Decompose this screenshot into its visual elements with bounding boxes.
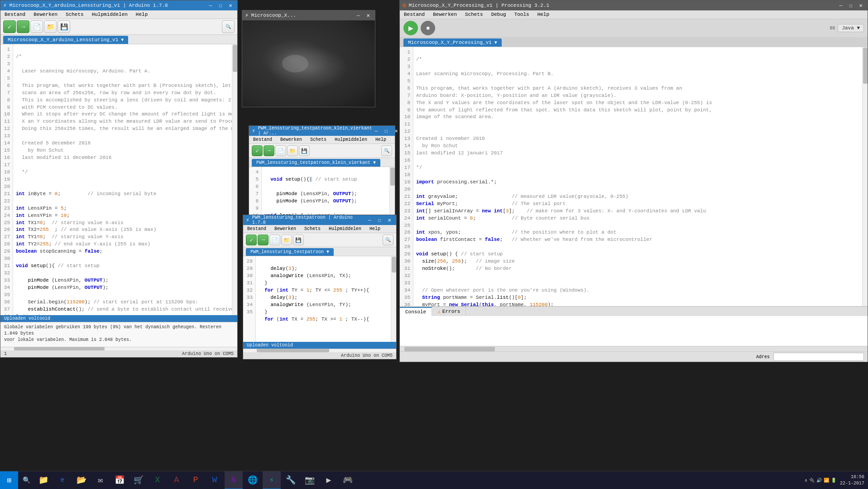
arduino1-close[interactable]: ✕ [226,2,235,9]
taskbar-arduino[interactable]: ⚡ [263,471,281,489]
processing-tab[interactable]: Microscoop_X_Y_Processing_v1 ▼ [403,38,502,47]
address-field[interactable] [773,353,864,361]
arduino1-maximize[interactable]: □ [216,2,225,9]
taskbar-mail[interactable]: ✉ [91,471,110,489]
menu-debug-p[interactable]: Debug [490,11,508,18]
console-tab[interactable]: Console [400,307,432,316]
arduino3-maximize[interactable]: □ [375,216,384,224]
menu-help-1[interactable]: Help [134,11,149,18]
new-btn-3[interactable]: 📄 [269,235,280,245]
tab-arrow-1[interactable]: ▼ [121,38,124,43]
verify-btn-2[interactable]: ✓ [252,145,263,156]
tab-arrow-2[interactable]: ▼ [373,160,376,165]
menu-bewerken-p[interactable]: Bewerken [432,11,458,18]
menu-bewerken-1[interactable]: Bewerken [32,11,59,18]
arduino-window-3[interactable]: ⚡ PWM_lenssturing_testpatroon | Arduino … [243,215,397,360]
arduino1-tab[interactable]: Microscoop_X_Y_arduino_Lenssturing_v1 ▼ [3,36,128,44]
taskbar-powerpoint[interactable]: P [187,471,205,489]
arduino1-minimize[interactable]: ─ [206,2,215,9]
arduino2-maximize[interactable]: □ [382,127,390,134]
open-btn-1[interactable]: 📁 [44,20,57,33]
arduino-window-1[interactable]: ⚡ Microscoop_X_Y_arduino_Lenssturing_v1 … [0,0,238,358]
arduino3-code[interactable]: delay(3); analogWrite (LensXPin, TX); } … [256,256,391,342]
taskbar-files[interactable]: 📂 [72,471,91,489]
new-btn-1[interactable]: 📄 [30,20,43,33]
menu-hulp-1[interactable]: Hulpmiddelen [91,11,129,18]
arduino1-scrollbar[interactable] [232,44,237,315]
taskbar-excel[interactable]: X [149,471,167,489]
taskbar-ie[interactable]: e [53,471,72,489]
open-btn-3[interactable]: 📁 [281,235,292,245]
menu-help-3[interactable]: Help [368,226,382,232]
arduino2-tab[interactable]: PWM_lenssturing_testpatroon_klein_vierka… [252,159,380,167]
tab-arrow-3[interactable]: ▼ [326,249,329,254]
arduino3-scrollbar[interactable] [391,256,396,342]
taskbar-edge[interactable]: 🌐 [244,471,262,489]
new-btn-2[interactable]: 📄 [275,145,286,156]
arduino3-tab[interactable]: PWM_lenssturing_testpatroon ▼ [246,248,334,256]
menu-hulp-3[interactable]: Hulpmiddelen [327,226,363,232]
upload-btn-2[interactable]: → [264,145,274,156]
processing-maximize[interactable]: □ [847,2,855,9]
menu-schets-p[interactable]: Schets [464,11,484,18]
tab-arrow-p[interactable]: ▼ [494,40,497,45]
verify-btn-1[interactable]: ✓ [3,20,16,33]
arduino1-code[interactable]: /* Laser scanning microscopy, Arduino. P… [13,44,232,315]
menu-bewerken-3[interactable]: Bewerken [273,226,297,232]
serial-btn-2[interactable]: 🔍 [381,145,392,156]
stop-button[interactable]: ■ [421,21,435,35]
upload-btn-1[interactable]: → [17,20,29,33]
tray-icon-1: ∧ [805,478,807,483]
menu-bestand-2[interactable]: Bestand [252,137,273,143]
menu-help-2[interactable]: Help [374,137,388,143]
taskbar-store[interactable]: 🛒 [129,471,148,489]
save-btn-2[interactable]: 💾 [299,145,310,156]
taskbar-word[interactable]: W [206,471,224,489]
scope-titlebar: ⚡ Microscoop_X... ─ ✕ [242,10,375,20]
arduino1-toolbar: ✓ → 📄 📁 💾 🔍 [0,19,237,35]
taskbar-access[interactable]: A [168,471,186,489]
arduino3-tabbar: PWM_lenssturing_testpatroon ▼ [243,247,396,256]
scope-close[interactable]: ✕ [364,12,372,19]
verify-btn-3[interactable]: ✓ [246,235,257,245]
arduino2-minimize[interactable]: ─ [372,127,380,134]
scope-preview-window[interactable]: ⚡ Microscoop_X... ─ ✕ [242,10,375,107]
taskbar-tool1[interactable]: 🔧 [282,471,300,489]
menu-bestand-1[interactable]: Bestand [3,11,27,18]
run-button[interactable]: ▶ [403,21,418,35]
taskbar-camera[interactable]: 📷 [301,471,319,489]
taskbar-media[interactable]: ▶ [320,471,338,489]
upload-btn-3[interactable]: → [258,235,269,245]
processing-close[interactable]: ✕ [857,2,865,9]
processing-window[interactable]: ⚙ Microscoop_X_Y_Processing_v1 | Process… [399,0,868,362]
taskbar-onenote[interactable]: N [225,471,243,489]
menu-schets-2[interactable]: Schets [309,137,328,143]
start-button[interactable]: ⊞ [0,471,18,489]
menu-hulp-2[interactable]: Hulpmiddelen [333,137,369,143]
serial-btn-1[interactable]: 🔍 [222,20,235,33]
save-btn-3[interactable]: 💾 [293,235,304,245]
taskbar-calendar[interactable]: 📅 [110,471,129,489]
menu-bewerken-2[interactable]: Bewerken [279,137,303,143]
processing-minimize[interactable]: ─ [837,2,845,9]
h-scrollbar[interactable] [400,346,868,351]
open-btn-2[interactable]: 📁 [287,145,298,156]
save-btn-1[interactable]: 💾 [58,20,70,33]
serial-btn-3[interactable]: 🔍 [383,235,393,245]
menu-schets-1[interactable]: Schets [64,11,85,18]
taskbar-game[interactable]: 🎮 [339,471,357,489]
taskbar-time[interactable]: 16:56 22-1-2017 [840,474,868,487]
menu-bestand-p[interactable]: Bestand [403,11,426,18]
menu-tools-p[interactable]: Tools [513,11,531,18]
menu-help-p[interactable]: Help [536,11,551,18]
processing-scrollbar[interactable] [862,47,868,306]
errors-tab[interactable]: ⚠ Errors [432,307,466,316]
scope-minimize[interactable]: ─ [354,12,362,19]
taskbar-explorer[interactable]: 📁 [34,471,53,489]
arduino3-minimize[interactable]: ─ [365,216,374,224]
arduino3-close[interactable]: ✕ [385,216,393,224]
processing-code[interactable]: /* Laser scanning microscopy, Processing… [413,47,862,306]
taskbar-search[interactable]: 🔍 [18,472,34,489]
menu-schets-3[interactable]: Schets [303,226,322,232]
menu-bestand-3[interactable]: Bestand [246,226,268,232]
